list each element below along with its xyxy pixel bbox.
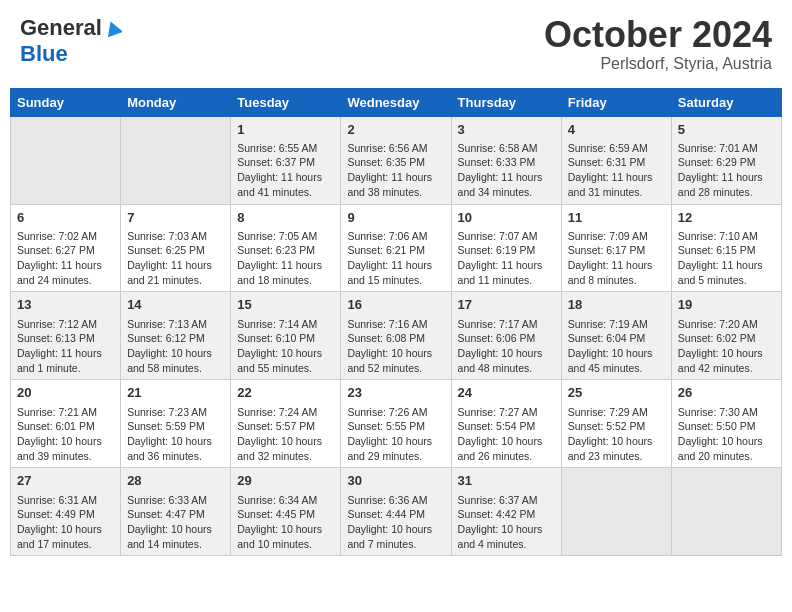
calendar-cell: 9Sunrise: 7:06 AMSunset: 6:21 PMDaylight… — [341, 204, 451, 292]
daylight-text: Daylight: 10 hours and 14 minutes. — [127, 523, 212, 550]
day-number: 2 — [347, 121, 444, 139]
calendar-week-row: 13Sunrise: 7:12 AMSunset: 6:13 PMDayligh… — [11, 292, 782, 380]
day-number: 19 — [678, 296, 775, 314]
daylight-text: Daylight: 11 hours and 38 minutes. — [347, 171, 432, 198]
calendar-cell: 6Sunrise: 7:02 AMSunset: 6:27 PMDaylight… — [11, 204, 121, 292]
calendar: SundayMondayTuesdayWednesdayThursdayFrid… — [10, 88, 782, 557]
location: Perlsdorf, Styria, Austria — [544, 55, 772, 73]
calendar-cell: 10Sunrise: 7:07 AMSunset: 6:19 PMDayligh… — [451, 204, 561, 292]
calendar-cell: 25Sunrise: 7:29 AMSunset: 5:52 PMDayligh… — [561, 380, 671, 468]
weekday-header: Friday — [561, 88, 671, 116]
day-number: 1 — [237, 121, 334, 139]
calendar-week-row: 1Sunrise: 6:55 AMSunset: 6:37 PMDaylight… — [11, 116, 782, 204]
day-number: 12 — [678, 209, 775, 227]
header: General Blue October 2024 Perlsdorf, Sty… — [10, 10, 782, 78]
sunset-text: Sunset: 6:06 PM — [458, 332, 536, 344]
daylight-text: Daylight: 10 hours and 4 minutes. — [458, 523, 543, 550]
day-number: 18 — [568, 296, 665, 314]
sunset-text: Sunset: 6:23 PM — [237, 244, 315, 256]
sunrise-text: Sunrise: 7:30 AM — [678, 406, 758, 418]
sunrise-text: Sunrise: 7:27 AM — [458, 406, 538, 418]
sunset-text: Sunset: 4:45 PM — [237, 508, 315, 520]
daylight-text: Daylight: 11 hours and 11 minutes. — [458, 259, 543, 286]
day-number: 29 — [237, 472, 334, 490]
calendar-cell: 30Sunrise: 6:36 AMSunset: 4:44 PMDayligh… — [341, 468, 451, 556]
sunrise-text: Sunrise: 6:37 AM — [458, 494, 538, 506]
calendar-cell: 22Sunrise: 7:24 AMSunset: 5:57 PMDayligh… — [231, 380, 341, 468]
sunset-text: Sunset: 6:37 PM — [237, 156, 315, 168]
calendar-cell: 28Sunrise: 6:33 AMSunset: 4:47 PMDayligh… — [121, 468, 231, 556]
calendar-cell — [671, 468, 781, 556]
sunset-text: Sunset: 6:21 PM — [347, 244, 425, 256]
daylight-text: Daylight: 11 hours and 18 minutes. — [237, 259, 322, 286]
sunset-text: Sunset: 6:27 PM — [17, 244, 95, 256]
sunrise-text: Sunrise: 6:58 AM — [458, 142, 538, 154]
daylight-text: Daylight: 10 hours and 23 minutes. — [568, 435, 653, 462]
daylight-text: Daylight: 10 hours and 20 minutes. — [678, 435, 763, 462]
calendar-cell: 4Sunrise: 6:59 AMSunset: 6:31 PMDaylight… — [561, 116, 671, 204]
daylight-text: Daylight: 11 hours and 5 minutes. — [678, 259, 763, 286]
day-number: 11 — [568, 209, 665, 227]
calendar-cell: 16Sunrise: 7:16 AMSunset: 6:08 PMDayligh… — [341, 292, 451, 380]
sunrise-text: Sunrise: 7:06 AM — [347, 230, 427, 242]
day-number: 23 — [347, 384, 444, 402]
daylight-text: Daylight: 11 hours and 8 minutes. — [568, 259, 653, 286]
sunset-text: Sunset: 6:04 PM — [568, 332, 646, 344]
svg-marker-0 — [104, 19, 122, 37]
daylight-text: Daylight: 10 hours and 42 minutes. — [678, 347, 763, 374]
calendar-cell: 26Sunrise: 7:30 AMSunset: 5:50 PMDayligh… — [671, 380, 781, 468]
sunrise-text: Sunrise: 6:31 AM — [17, 494, 97, 506]
daylight-text: Daylight: 10 hours and 36 minutes. — [127, 435, 212, 462]
calendar-cell: 1Sunrise: 6:55 AMSunset: 6:37 PMDaylight… — [231, 116, 341, 204]
day-number: 26 — [678, 384, 775, 402]
sunset-text: Sunset: 6:33 PM — [458, 156, 536, 168]
sunrise-text: Sunrise: 7:03 AM — [127, 230, 207, 242]
day-number: 27 — [17, 472, 114, 490]
logo-blue-text: Blue — [20, 41, 68, 67]
calendar-cell: 2Sunrise: 6:56 AMSunset: 6:35 PMDaylight… — [341, 116, 451, 204]
day-number: 31 — [458, 472, 555, 490]
calendar-cell: 23Sunrise: 7:26 AMSunset: 5:55 PMDayligh… — [341, 380, 451, 468]
daylight-text: Daylight: 11 hours and 28 minutes. — [678, 171, 763, 198]
weekday-header: Tuesday — [231, 88, 341, 116]
sunrise-text: Sunrise: 6:56 AM — [347, 142, 427, 154]
day-number: 24 — [458, 384, 555, 402]
daylight-text: Daylight: 11 hours and 31 minutes. — [568, 171, 653, 198]
sunset-text: Sunset: 6:12 PM — [127, 332, 205, 344]
daylight-text: Daylight: 10 hours and 55 minutes. — [237, 347, 322, 374]
sunset-text: Sunset: 5:54 PM — [458, 420, 536, 432]
sunset-text: Sunset: 6:01 PM — [17, 420, 95, 432]
month-title: October 2024 — [544, 15, 772, 55]
day-number: 22 — [237, 384, 334, 402]
sunrise-text: Sunrise: 6:59 AM — [568, 142, 648, 154]
sunset-text: Sunset: 6:25 PM — [127, 244, 205, 256]
calendar-cell — [561, 468, 671, 556]
calendar-cell: 27Sunrise: 6:31 AMSunset: 4:49 PMDayligh… — [11, 468, 121, 556]
daylight-text: Daylight: 10 hours and 17 minutes. — [17, 523, 102, 550]
weekday-header: Monday — [121, 88, 231, 116]
sunset-text: Sunset: 5:57 PM — [237, 420, 315, 432]
calendar-cell: 8Sunrise: 7:05 AMSunset: 6:23 PMDaylight… — [231, 204, 341, 292]
day-number: 15 — [237, 296, 334, 314]
day-number: 16 — [347, 296, 444, 314]
sunrise-text: Sunrise: 6:33 AM — [127, 494, 207, 506]
calendar-week-row: 27Sunrise: 6:31 AMSunset: 4:49 PMDayligh… — [11, 468, 782, 556]
daylight-text: Daylight: 10 hours and 39 minutes. — [17, 435, 102, 462]
weekday-header: Wednesday — [341, 88, 451, 116]
sunset-text: Sunset: 6:35 PM — [347, 156, 425, 168]
day-number: 30 — [347, 472, 444, 490]
sunset-text: Sunset: 4:44 PM — [347, 508, 425, 520]
calendar-cell: 7Sunrise: 7:03 AMSunset: 6:25 PMDaylight… — [121, 204, 231, 292]
sunset-text: Sunset: 6:31 PM — [568, 156, 646, 168]
sunrise-text: Sunrise: 6:34 AM — [237, 494, 317, 506]
calendar-cell: 11Sunrise: 7:09 AMSunset: 6:17 PMDayligh… — [561, 204, 671, 292]
sunset-text: Sunset: 6:10 PM — [237, 332, 315, 344]
sunset-text: Sunset: 6:08 PM — [347, 332, 425, 344]
daylight-text: Daylight: 10 hours and 58 minutes. — [127, 347, 212, 374]
calendar-header-row: SundayMondayTuesdayWednesdayThursdayFrid… — [11, 88, 782, 116]
sunrise-text: Sunrise: 7:12 AM — [17, 318, 97, 330]
calendar-cell: 13Sunrise: 7:12 AMSunset: 6:13 PMDayligh… — [11, 292, 121, 380]
sunrise-text: Sunrise: 7:29 AM — [568, 406, 648, 418]
weekday-header: Saturday — [671, 88, 781, 116]
day-number: 13 — [17, 296, 114, 314]
